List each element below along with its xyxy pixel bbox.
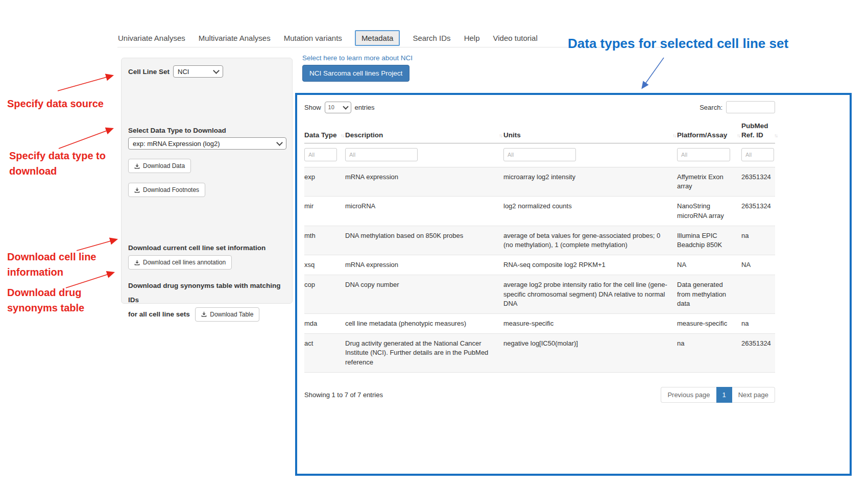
cell-line-info-heading: Download current cell line set informati… — [128, 244, 285, 252]
chevron-down-icon — [213, 67, 220, 74]
annotation-specify-data-source: Specify data source — [7, 96, 122, 111]
cell-description: Drug activity generated at the National … — [345, 334, 503, 373]
cell-description: DNA methylation based on 850K probes — [345, 226, 503, 255]
datatable-region: Show 10 entries Search: Data Type↑↓ Desc… — [304, 101, 775, 403]
show-label: Show — [304, 104, 321, 111]
filter-input-units[interactable] — [503, 148, 576, 161]
next-page-button[interactable]: Next page — [732, 387, 775, 403]
project-button[interactable]: NCI Sarcoma cell lines Project — [302, 65, 409, 82]
table-row: cop DNA copy number average log2 probe i… — [304, 275, 775, 314]
download-data-label: Download Data — [143, 162, 185, 169]
download-cell-lines-annotation-button[interactable]: Download cell lines annotation — [128, 255, 232, 270]
cell-data-type: mth — [304, 226, 345, 255]
sort-icon[interactable]: ↑↓ — [737, 132, 740, 139]
filter-input-platform[interactable] — [677, 148, 730, 161]
column-header-pubmed[interactable]: PubMed Ref. ID↑↓ — [741, 119, 775, 143]
tab-mutation-variants[interactable]: Mutation variants — [283, 31, 343, 45]
cell-description: mRNA expression — [345, 255, 503, 275]
cell-description: microRNA — [345, 197, 503, 226]
cell-units: negative log[IC50(molar)] — [503, 334, 677, 373]
tab-univariate-analyses[interactable]: Univariate Analyses — [117, 31, 186, 45]
page-number-button[interactable]: 1 — [716, 387, 732, 403]
download-annotation-label: Download cell lines annotation — [143, 259, 226, 266]
column-header-data-type[interactable]: Data Type↑↓ — [304, 119, 345, 143]
drug-synonyms-heading-line2: for all cell line sets — [128, 310, 190, 318]
cell-data-type: exp — [304, 167, 345, 197]
cell-platform: NanoString microRNA array — [677, 197, 741, 226]
cell-units: average of beta values for gene-associat… — [503, 226, 677, 255]
table-row: mda cell line metadata (phenotypic measu… — [304, 313, 775, 333]
cell-data-type: xsq — [304, 255, 345, 275]
cell-description: mRNA expression — [345, 167, 503, 197]
filter-input-data-type[interactable] — [304, 148, 337, 161]
cell-data-type: cop — [304, 275, 345, 314]
cell-pubmed: 26351324 — [741, 334, 775, 373]
data-type-value: exp: mRNA Expression (log2) — [133, 140, 220, 148]
sort-icon[interactable]: ↑↓ — [672, 132, 676, 139]
annotation-download-cell-line-info: Download cell line information — [7, 249, 104, 280]
page-length-control: Show 10 entries — [304, 102, 375, 113]
cell-platform: Affymetrix Exon array — [677, 167, 741, 197]
pagination: Previous page 1 Next page — [661, 387, 775, 403]
column-header-units[interactable]: Units↑↓ — [503, 119, 677, 143]
tab-multivariate-analyses[interactable]: Multivariate Analyses — [198, 31, 271, 45]
learn-more-link[interactable]: Select here to learn more about NCI — [302, 54, 413, 62]
download-data-button[interactable]: Download Data — [128, 159, 191, 173]
cell-platform: NA — [677, 255, 741, 275]
cell-line-set-value: NCI — [178, 68, 189, 76]
chevron-down-icon — [276, 139, 283, 146]
cell-pubmed: na — [741, 226, 775, 255]
data-types-table: Data Type↑↓ Description↑↓ Units↑↓ Platfo… — [304, 119, 775, 373]
tab-help[interactable]: Help — [464, 31, 480, 45]
search-label: Search: — [700, 104, 722, 111]
search-control: Search: — [700, 101, 775, 113]
tab-search-ids[interactable]: Search IDs — [412, 31, 451, 45]
filter-row — [304, 143, 775, 167]
cell-pubmed: na — [741, 313, 775, 333]
page-length-select[interactable]: 10 — [325, 102, 351, 113]
sort-icon[interactable]: ↑↓ — [341, 132, 344, 139]
chevron-down-icon — [343, 104, 348, 109]
annotation-specify-data-type: Specify data type to download — [9, 148, 111, 179]
cell-pubmed: NA — [741, 255, 775, 275]
sort-icon[interactable]: ↑↓ — [774, 132, 777, 139]
filter-input-description[interactable] — [345, 148, 418, 161]
download-footnotes-button[interactable]: Download Footnotes — [128, 183, 205, 197]
cell-data-type: mda — [304, 313, 345, 333]
cell-units: measure-specific — [503, 313, 677, 333]
entries-label: entries — [355, 104, 375, 111]
sort-icon[interactable]: ↑↓ — [499, 132, 502, 139]
cell-units: microarray log2 intensity — [503, 167, 677, 197]
data-types-box: Show 10 entries Search: Data Type↑↓ Desc… — [295, 93, 852, 476]
table-row: xsq mRNA expression RNA-seq composite lo… — [304, 255, 775, 275]
filter-input-pubmed[interactable] — [741, 148, 774, 161]
download-footnotes-label: Download Footnotes — [143, 186, 199, 193]
download-table-button[interactable]: Download Table — [195, 307, 259, 322]
annotation-download-drug-synonyms: Download drug synonyms table — [7, 285, 94, 315]
download-icon — [134, 260, 140, 265]
cell-units: log2 normalized counts — [503, 197, 677, 226]
download-table-label: Download Table — [210, 311, 253, 318]
tab-video-tutorial[interactable]: Video tutorial — [492, 31, 538, 45]
tab-metadata[interactable]: Metadata — [355, 30, 400, 46]
cell-data-type: mir — [304, 197, 345, 226]
cell-description: cell line metadata (phenotypic measures) — [345, 313, 503, 333]
search-input[interactable] — [726, 101, 775, 113]
column-header-description[interactable]: Description↑↓ — [345, 119, 503, 143]
cell-description: DNA copy number — [345, 275, 503, 314]
download-icon — [201, 311, 207, 317]
cell-platform: Data generated from methylation data — [677, 275, 741, 314]
download-controls-panel: Cell Line Set NCI Select Data Type to Do… — [121, 58, 293, 304]
cell-platform: Illumina EPIC Beadchip 850K — [677, 226, 741, 255]
column-header-platform[interactable]: Platform/Assay↑↓ — [677, 119, 741, 143]
previous-page-button[interactable]: Previous page — [661, 387, 716, 403]
data-type-select[interactable]: exp: mRNA Expression (log2) — [128, 137, 286, 150]
cell-platform: measure-specific — [677, 313, 741, 333]
download-icon — [134, 163, 140, 169]
cell-line-set-select[interactable]: NCI — [173, 65, 223, 78]
drug-synonyms-heading: Download drug synonyms table with matchi… — [128, 282, 281, 304]
table-row: mir microRNA log2 normalized counts Nano… — [304, 197, 775, 226]
annotation-data-types: Data types for selected cell line set — [568, 36, 788, 52]
cell-pubmed: 26351324 — [741, 167, 775, 197]
cell-pubmed: 26351324 — [741, 197, 775, 226]
